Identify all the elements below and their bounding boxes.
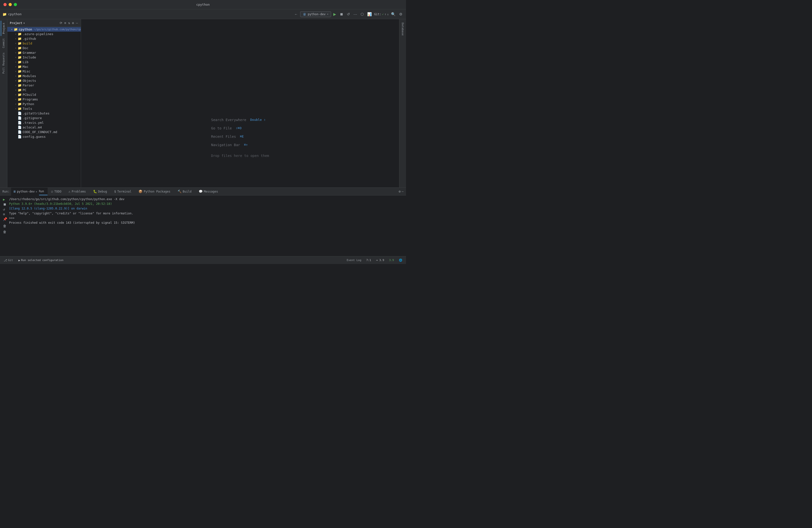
list-item[interactable]: › 📁 Doc [8, 46, 81, 50]
run-config-dropdown[interactable]: 🖥 python-dev ▾ [300, 11, 331, 17]
item-name: Misc [23, 70, 30, 73]
list-item[interactable]: › 📁 Objects [8, 78, 81, 83]
tab-problems[interactable]: ⚠ Problems [65, 188, 90, 195]
run-tab-close[interactable]: ✕ [35, 190, 37, 193]
list-item[interactable]: 📄 .travis.yml [8, 120, 81, 125]
list-item[interactable]: › 📁 build [8, 41, 81, 46]
status-python-version[interactable]: 3.9 [388, 258, 395, 262]
terminal-left-buttons: ▶ ⏹ ↺ ≡ 📌 🗑 🗑 [3, 197, 9, 255]
run-tab-icon: 🖥 [13, 190, 16, 193]
status-run-config[interactable]: ▶ Run selected configuration [17, 258, 64, 263]
file-icon: 📄 [18, 130, 21, 134]
tab-build[interactable]: 🔨 Build [174, 188, 195, 195]
coverage-button[interactable]: ⬡ [359, 11, 365, 17]
tab-messages[interactable]: 💬 Messages [195, 188, 222, 195]
more-button[interactable]: ⋯ [352, 11, 358, 17]
list-item[interactable]: 📄 config.guess [8, 134, 81, 139]
tab-todo[interactable]: ☑ TODO [48, 188, 65, 195]
list-item[interactable]: › 📁 Mac [8, 64, 81, 69]
database-icon[interactable]: Database [400, 20, 405, 38]
list-item[interactable]: 📄 .gitignore [8, 116, 81, 120]
list-item[interactable]: › 📁 Python [8, 102, 81, 106]
python-packages-tab-icon: 📦 [139, 190, 143, 193]
item-name: Tools [23, 107, 32, 111]
tree-collapse-icon[interactable]: ≡ [64, 20, 67, 25]
folder-icon: 📁 [18, 84, 21, 87]
panel-close-icon[interactable]: — [402, 190, 404, 193]
list-item[interactable]: 📄 .gitattributes [8, 111, 81, 116]
list-item[interactable]: › 📁 Misc [8, 69, 81, 74]
project-folder-icon: 📁 [2, 12, 6, 16]
terminal-options-btn[interactable]: ≡ [3, 212, 7, 216]
terminal-stop-btn[interactable]: ⏹ [3, 202, 7, 206]
arrow: › [14, 84, 18, 87]
sidebar-item-commit[interactable]: Commit [1, 36, 6, 50]
settings-button[interactable]: ⚙ [398, 11, 404, 17]
folder-icon: 📁 [18, 79, 21, 83]
term-line-1: /Users/rhoboro/go/src/github.com/python/… [9, 197, 403, 202]
item-name: .azure-pipelines [23, 32, 53, 36]
status-encoding[interactable]: 🌐 [398, 258, 404, 262]
tree-settings-icon[interactable]: ⚙ [71, 20, 74, 25]
stop-button[interactable]: ⏹ [338, 11, 345, 17]
list-item[interactable]: › 📁 PC [8, 88, 81, 92]
list-item[interactable]: 📄 aclocal.m4 [8, 125, 81, 130]
item-name: .travis.yml [23, 121, 44, 124]
sidebar-item-pull-requests[interactable]: Pull Requests [1, 50, 6, 76]
status-indent[interactable]: ⇥ 3.9 [375, 258, 386, 262]
git-status: Git: ✓ ↑ ↓ [374, 13, 389, 16]
item-name: config.guess [23, 135, 46, 138]
item-name: Grammar [23, 51, 36, 55]
list-item[interactable]: › 📁 Include [8, 55, 81, 60]
run-button[interactable]: ▶ [332, 11, 337, 17]
list-item[interactable]: 📄 CODE_OF_CONDUCT.md [8, 130, 81, 134]
terminal-pin-btn[interactable]: 📌 [3, 217, 7, 221]
panel-settings-icon[interactable]: ⚙ [398, 190, 401, 193]
tree-close-icon[interactable]: — [75, 20, 78, 25]
list-item[interactable]: › 📁 Modules [8, 74, 81, 78]
status-git[interactable]: ⎇ Git [2, 258, 14, 263]
folder-icon: 📁 [18, 74, 21, 78]
list-item[interactable]: › 📁 PCbuild [8, 92, 81, 97]
item-name: Programs [23, 98, 38, 101]
arrow: › [14, 56, 18, 59]
folder-icon: 📁 [18, 70, 21, 73]
list-item[interactable]: › 📁 Grammar [8, 50, 81, 55]
rerun-button[interactable]: ↺ [346, 11, 351, 17]
list-item[interactable]: › 📁 Tools [8, 106, 81, 111]
search-button[interactable]: 🔍 [390, 11, 397, 17]
sidebar-item-project[interactable]: Project [1, 20, 6, 36]
goto-file-key: ⇧⌘O [236, 126, 242, 130]
profiler-button[interactable]: 📊 [366, 11, 373, 17]
file-icon: 📄 [18, 135, 21, 138]
list-item[interactable]: › 📁 Lib [8, 60, 81, 64]
folder-icon: 📁 [18, 56, 21, 59]
arrow: › [14, 79, 18, 82]
tree-root-item[interactable]: ▾ 📁 cpython ~/go/src/github.com/python/c… [8, 27, 81, 32]
back-button[interactable]: ← [293, 11, 299, 17]
tree-refresh-icon[interactable]: ⟳ [59, 20, 63, 25]
status-line-col[interactable]: 7:1 [365, 258, 372, 262]
folder-icon: 📁 [18, 98, 21, 101]
maximize-button[interactable] [14, 3, 17, 6]
list-item[interactable]: › 📁 Parser [8, 83, 81, 88]
run-tab[interactable]: 🖥 python-dev ✕ [11, 188, 39, 195]
list-item[interactable]: › 📁 .github [8, 36, 81, 41]
minimize-button[interactable] [9, 3, 12, 6]
terminal-play-btn[interactable]: ▶ [3, 197, 7, 201]
list-item[interactable]: › 📁 .azure-pipelines [8, 32, 81, 36]
close-button[interactable] [3, 3, 6, 6]
terminal-rerun-btn[interactable]: ↺ [3, 207, 7, 211]
tab-terminal[interactable]: $ Terminal [111, 188, 135, 195]
git-check-icon: ✓ [382, 13, 383, 16]
hint-row-search: Search Everywhere Double ⇧ [211, 118, 265, 122]
root-folder-icon: 📁 [14, 28, 18, 31]
status-event-log[interactable]: Event Log [346, 258, 363, 262]
terminal-trash2-btn[interactable]: 🗑 [3, 230, 7, 234]
list-item[interactable]: › 📁 Programs [8, 97, 81, 102]
editor-hint: Search Everywhere Double ⇧ Go to File ⇧⌘… [211, 118, 269, 158]
tab-debug[interactable]: 🐛 Debug [90, 188, 111, 195]
tree-sort-icon[interactable]: ⇅ [68, 20, 71, 25]
terminal-trash-btn[interactable]: 🗑 [3, 224, 7, 228]
tab-python-packages[interactable]: 📦 Python Packages [135, 188, 174, 195]
